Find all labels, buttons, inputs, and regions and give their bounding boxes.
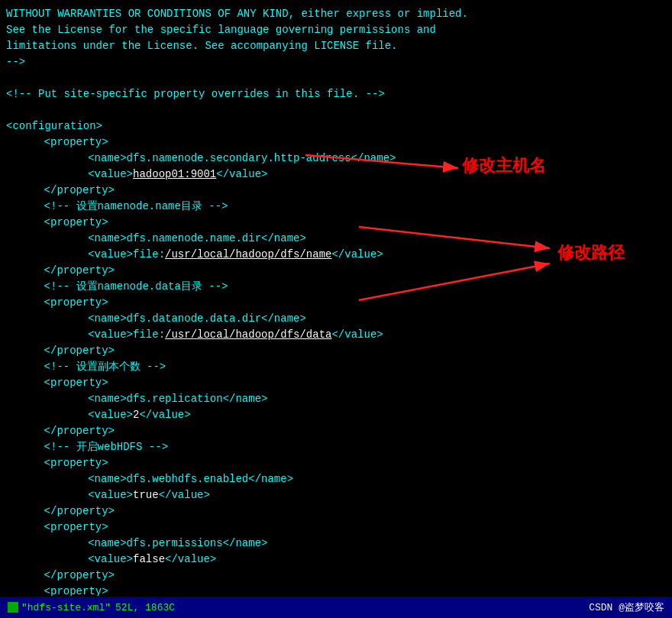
status-left: "hdfs-site.xml" 52L, 1863C [8, 602, 175, 613]
line-prop1-value: <value>hadoop01:9001</value> [0, 167, 672, 183]
line-prop4-name: <name>dfs.replication</name> [0, 391, 672, 407]
line-prop2-open: <property> [0, 215, 672, 231]
line-configuration-open: <configuration> [0, 118, 672, 134]
status-watermark: CSDN @盗梦咬客 [589, 600, 664, 614]
line-prop3-close: </property> [0, 343, 672, 359]
line-prop5-close: </property> [0, 503, 672, 519]
line-prop4-open: <property> [0, 375, 672, 391]
line-comment-replication: <!-- 设置副本个数 --> [0, 359, 672, 375]
line-prop5-value: <value>true</value> [0, 487, 672, 503]
line-prop6-name: <name>dfs.permissions</name> [0, 535, 672, 552]
annotation-path: 修改路径 [557, 241, 625, 264]
line-4: --> [0, 54, 672, 70]
line-prop3-open: <property> [0, 295, 672, 311]
line-prop6-close: </property> [0, 568, 672, 584]
line-2: See the License for the specific languag… [0, 22, 672, 38]
status-bar: "hdfs-site.xml" 52L, 1863C CSDN @盗梦咬客 [0, 597, 672, 618]
status-filename: "hdfs-site.xml" [21, 602, 111, 613]
line-empty-2 [0, 102, 672, 118]
editor-area: WITHOUT WARRANTIES OR CONDITIONS OF ANY … [0, 0, 672, 596]
line-prop4-value: <value>2</value> [0, 407, 672, 423]
line-prop2-close: </property> [0, 263, 672, 279]
annotation-hostname: 修改主机名 [462, 154, 546, 177]
line-empty-1 [0, 70, 672, 86]
line-prop1-close: </property> [0, 183, 672, 199]
line-prop6-open: <property> [0, 519, 672, 535]
line-prop3-name: <name>dfs.datanode.data.dir</name> [0, 311, 672, 327]
line-prop1-name: <name>dfs.namenode.secondary.http-addres… [0, 150, 672, 167]
line-prop7-open: <property> [0, 584, 672, 596]
line-comment-datanodedata: <!-- 设置namenode.data目录 --> [0, 279, 672, 295]
line-1: WITHOUT WARRANTIES OR CONDITIONS OF ANY … [0, 6, 672, 22]
line-prop6-value: <value>false</value> [0, 552, 672, 568]
line-prop5-open: <property> [0, 455, 672, 471]
line-prop4-close: </property> [0, 423, 672, 439]
line-prop5-name: <name>dfs.webhdfs.enabled</name> [0, 471, 672, 487]
line-prop3-value: <value>file:/usr/local/hadoop/dfs/data</… [0, 327, 672, 343]
status-lines: 52L, 1863C [115, 602, 175, 613]
line-comment-put: <!-- Put site-specific property override… [0, 86, 672, 102]
status-indicator [8, 602, 18, 613]
line-prop1-open: <property> [0, 134, 672, 150]
line-3: limitations under the License. See accom… [0, 38, 672, 54]
line-comment-webhdfs: <!-- 开启webHDFS --> [0, 439, 672, 455]
line-comment-namenode: <!-- 设置namenode.name目录 --> [0, 199, 672, 215]
